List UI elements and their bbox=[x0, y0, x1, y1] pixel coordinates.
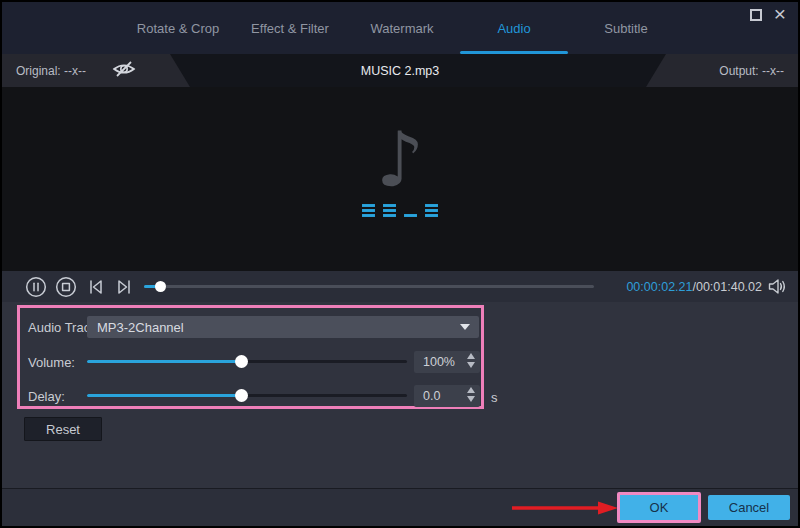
tab-subtitle[interactable]: Subtitle bbox=[570, 2, 682, 54]
audio-track-row: Audio Track: MP3-2Channel bbox=[20, 316, 481, 338]
window-controls: × bbox=[750, 6, 788, 22]
audio-track-value: MP3-2Channel bbox=[97, 320, 184, 335]
file-info-bar: MUSIC 2.mp3 Original: --x-- Output: --x-… bbox=[2, 54, 798, 87]
volume-slider-thumb[interactable] bbox=[235, 355, 248, 368]
audio-settings-window: Rotate & Crop Effect & Filter Watermark … bbox=[0, 0, 800, 528]
volume-label: Volume: bbox=[28, 355, 75, 370]
output-label: Output: --x-- bbox=[719, 64, 784, 78]
close-icon[interactable]: × bbox=[772, 6, 788, 22]
tab-label: Watermark bbox=[370, 21, 433, 36]
seek-slider[interactable] bbox=[144, 285, 594, 288]
delay-spinbox[interactable]: 0.0 bbox=[414, 385, 480, 407]
tab-effect-filter[interactable]: Effect & Filter bbox=[234, 2, 346, 54]
delay-slider[interactable] bbox=[87, 394, 407, 397]
delay-slider-fill bbox=[87, 394, 241, 397]
spin-up-icon[interactable] bbox=[467, 387, 475, 393]
tab-audio[interactable]: Audio bbox=[458, 2, 570, 54]
skip-previous-button[interactable] bbox=[85, 278, 106, 296]
delay-label: Delay: bbox=[28, 389, 65, 404]
tab-label: Effect & Filter bbox=[251, 21, 329, 36]
audio-settings-section: Audio Track: MP3-2Channel Volume: 100% bbox=[2, 302, 798, 488]
eq-group bbox=[404, 214, 417, 217]
equalizer-bars-icon bbox=[362, 203, 438, 217]
spinner-arrows bbox=[467, 387, 475, 402]
chevron-down-icon bbox=[460, 324, 470, 330]
eq-group bbox=[425, 204, 438, 217]
seek-slider-thumb[interactable] bbox=[155, 281, 166, 292]
tab-bar: Rotate & Crop Effect & Filter Watermark … bbox=[122, 2, 682, 54]
delay-row: Delay: 0.0 bbox=[20, 385, 481, 407]
stop-button[interactable] bbox=[55, 276, 77, 298]
spin-down-icon[interactable] bbox=[467, 362, 475, 368]
eq-group bbox=[383, 204, 396, 217]
skip-next-button[interactable] bbox=[114, 278, 135, 296]
pause-button[interactable] bbox=[25, 276, 47, 298]
tab-rotate-crop[interactable]: Rotate & Crop bbox=[122, 2, 234, 54]
original-tab: Original: --x-- bbox=[2, 54, 190, 87]
delay-slider-thumb[interactable] bbox=[235, 389, 248, 402]
player-controls: 00:00:02.21/00:01:40.02 bbox=[2, 271, 798, 302]
cancel-button[interactable]: Cancel bbox=[708, 495, 790, 520]
original-label: Original: --x-- bbox=[16, 64, 86, 78]
ok-button[interactable]: OK bbox=[617, 492, 701, 523]
spinner-arrows bbox=[467, 353, 475, 368]
total-time: 00:01:40.02 bbox=[696, 280, 762, 294]
output-tab: Output: --x-- bbox=[646, 54, 798, 87]
eq-group bbox=[362, 204, 375, 217]
volume-value: 100% bbox=[423, 355, 455, 369]
audio-track-dropdown[interactable]: MP3-2Channel bbox=[87, 316, 479, 338]
maximize-icon[interactable] bbox=[750, 9, 762, 21]
music-note-icon: ♪ bbox=[376, 125, 425, 195]
tab-label: Rotate & Crop bbox=[137, 21, 219, 36]
spin-up-icon[interactable] bbox=[467, 353, 475, 359]
delay-unit: s bbox=[491, 390, 498, 405]
spin-down-icon[interactable] bbox=[467, 396, 475, 402]
tab-label: Subtitle bbox=[604, 21, 647, 36]
volume-slider-fill bbox=[87, 360, 241, 363]
eye-slash-icon[interactable] bbox=[112, 60, 136, 82]
tab-label: Audio bbox=[497, 21, 530, 36]
preview-area: ♪ bbox=[2, 87, 798, 271]
current-time: 00:00:02.21 bbox=[626, 280, 692, 294]
volume-row: Volume: 100% bbox=[20, 351, 481, 373]
highlighted-settings-panel: Audio Track: MP3-2Channel Volume: 100% bbox=[17, 305, 484, 409]
titlebar: Rotate & Crop Effect & Filter Watermark … bbox=[2, 2, 798, 54]
volume-slider[interactable] bbox=[87, 360, 407, 363]
delay-value: 0.0 bbox=[423, 389, 440, 403]
red-arrow-annotation bbox=[510, 500, 620, 520]
speaker-icon[interactable] bbox=[768, 278, 788, 299]
tab-watermark[interactable]: Watermark bbox=[346, 2, 458, 54]
time-display: 00:00:02.21/00:01:40.02 bbox=[626, 271, 762, 302]
volume-spinbox[interactable]: 100% bbox=[414, 351, 480, 373]
footer-bar: OK Cancel bbox=[2, 488, 798, 526]
window-inner: Rotate & Crop Effect & Filter Watermark … bbox=[2, 2, 798, 526]
reset-button[interactable]: Reset bbox=[24, 417, 102, 441]
